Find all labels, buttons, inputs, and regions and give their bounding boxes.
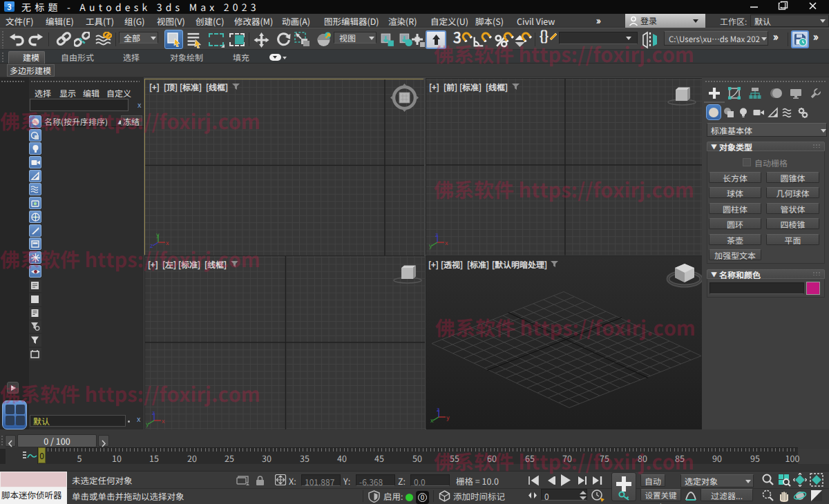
svg-text:z: z [437,406,439,414]
svg-text:z: z [152,409,155,417]
svg-text:x: x [430,416,434,424]
svg-text:y: y [156,231,160,239]
svg-text:y: y [146,419,149,427]
svg-text:x: x [162,416,165,425]
svg-text:x: x [445,238,448,247]
svg-text:y: y [429,241,432,249]
svg-text:3: 3 [7,1,11,12]
svg-text:z: z [435,231,438,239]
svg-text:y: y [446,413,450,422]
